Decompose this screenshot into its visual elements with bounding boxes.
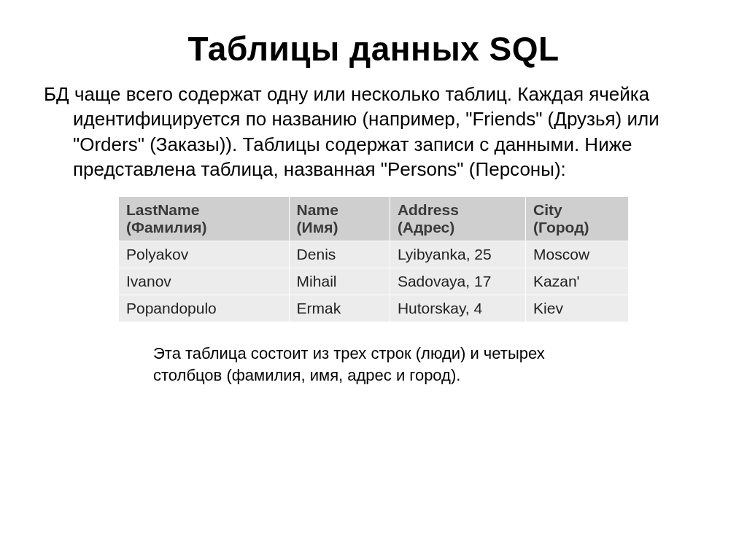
cell-lastname: Ivanov (119, 268, 290, 295)
persons-table: LastName (Фамилия) Name (Имя) Address (А… (118, 196, 629, 322)
col-header-city: City (Город) (526, 197, 629, 241)
cell-address: Lyibyanka, 25 (390, 241, 525, 268)
table-row: Ivanov Mihail Sadovaya, 17 Kazan' (119, 268, 629, 295)
cell-city: Moscow (526, 241, 629, 268)
table-row: Popandopulo Ermak Hutorskay, 4 Kiev (119, 295, 629, 322)
table-header: LastName (Фамилия) Name (Имя) Address (А… (119, 197, 629, 241)
cell-city: Kazan' (526, 268, 629, 295)
cell-lastname: Popandopulo (119, 295, 290, 322)
table-wrapper: LastName (Фамилия) Name (Имя) Address (А… (36, 196, 711, 322)
cell-address: Hutorskay, 4 (390, 295, 525, 322)
table-body: Polyakov Denis Lyibyanka, 25 Moscow Ivan… (119, 241, 629, 322)
table-row: Polyakov Denis Lyibyanka, 25 Moscow (119, 241, 629, 268)
table-header-row: LastName (Фамилия) Name (Имя) Address (А… (119, 197, 629, 241)
slide-body-text: БД чаще всего содержат одну или нескольк… (44, 82, 703, 182)
cell-name: Mihail (289, 268, 390, 295)
slide-footnote: Эта таблица состоит из трех строк (люди)… (153, 343, 608, 386)
cell-lastname: Polyakov (119, 241, 290, 268)
slide-title: Таблицы данных SQL (36, 29, 711, 69)
slide: Таблицы данных SQL БД чаще всего содержа… (0, 0, 747, 560)
cell-city: Kiev (526, 295, 629, 322)
cell-name: Denis (289, 241, 390, 268)
cell-address: Sadovaya, 17 (390, 268, 525, 295)
col-header-name: Name (Имя) (289, 197, 390, 241)
cell-name: Ermak (289, 295, 390, 322)
col-header-address: Address (Адрес) (390, 197, 525, 241)
col-header-lastname: LastName (Фамилия) (119, 197, 290, 241)
